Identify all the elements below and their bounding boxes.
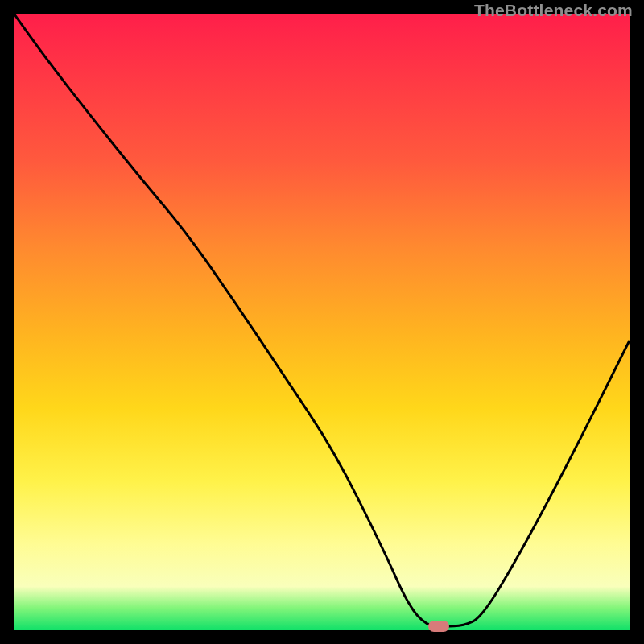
optimum-marker [428,621,449,632]
watermark-text: TheBottleneck.com [474,1,633,20]
chart-frame: TheBottleneck.com [0,0,644,644]
bottleneck-curve [14,14,630,630]
plot-area [14,14,630,630]
